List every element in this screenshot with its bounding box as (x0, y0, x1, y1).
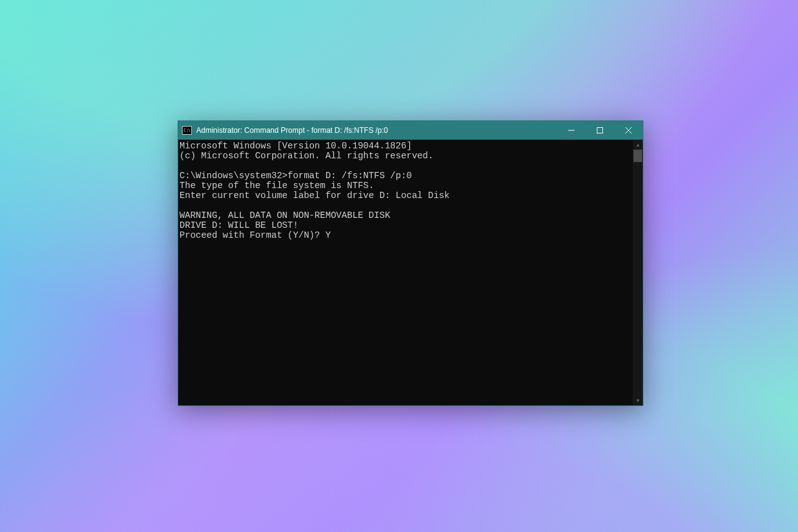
close-button[interactable] (614, 121, 643, 140)
minimize-button[interactable] (557, 121, 586, 140)
titlebar[interactable]: C:\ Administrator: Command Prompt - form… (178, 121, 643, 140)
maximize-button[interactable] (586, 121, 614, 140)
scroll-thumb[interactable] (633, 150, 642, 162)
scroll-down-arrow[interactable]: ▾ (633, 395, 643, 405)
close-icon (625, 127, 632, 133)
command-prompt-window: C:\ Administrator: Command Prompt - form… (178, 120, 643, 406)
cmd-icon: C:\ (182, 126, 192, 135)
window-controls (557, 121, 643, 140)
scroll-up-arrow[interactable]: ▴ (633, 140, 643, 150)
window-title: Administrator: Command Prompt - format D… (196, 126, 557, 135)
maximize-icon (597, 127, 603, 133)
scroll-track[interactable] (633, 150, 643, 395)
terminal-body: Microsoft Windows [Version 10.0.19044.18… (178, 140, 643, 405)
terminal-output[interactable]: Microsoft Windows [Version 10.0.19044.18… (178, 140, 633, 405)
minimize-icon (568, 127, 574, 133)
scrollbar[interactable]: ▴ ▾ (633, 140, 643, 405)
svg-rect-1 (597, 128, 603, 133)
